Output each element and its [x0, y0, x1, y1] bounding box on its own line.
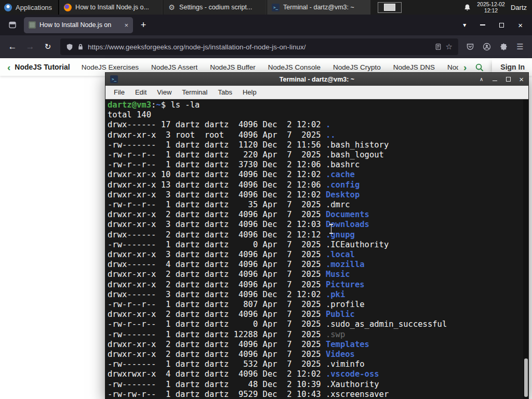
file-name: .bash_history — [326, 140, 389, 150]
forward-button[interactable] — [22, 38, 38, 55]
dir-name: Public — [326, 310, 355, 319]
site-nav-links: NodeJS ExercisesNodeJS AssertNodeJS Buff… — [82, 63, 458, 71]
menu-view[interactable]: View — [152, 87, 176, 98]
dir-name: Templates — [326, 340, 369, 349]
menu-hamburger-icon[interactable] — [512, 39, 528, 55]
ls-row: drwxr-xr-x 13 dartz dartz 4096 Dec 2 12:… — [108, 180, 522, 190]
notification-bell-icon[interactable] — [463, 4, 471, 11]
prompt-separator: : — [151, 100, 156, 110]
file-name: .swp — [326, 330, 345, 339]
taskbar-button-settings-gear[interactable]: ⚙Settings - codium script... — [163, 0, 267, 15]
dir-name: .config — [326, 180, 360, 190]
menu-edit[interactable]: Edit — [130, 87, 151, 98]
dir-name: . — [326, 120, 330, 129]
menu-file[interactable]: File — [109, 87, 129, 98]
url-bar[interactable]: https://www.geeksforgeeks.org/node-js/in… — [60, 38, 458, 55]
terminal-title: Terminal - dartz@vm3: ~ — [105, 76, 528, 83]
applications-menu[interactable]: Applications — [0, 0, 59, 15]
workspace-window-thumb — [384, 4, 395, 11]
dir-name: Music — [326, 270, 350, 279]
pocket-icon[interactable] — [462, 39, 478, 55]
tab-close-icon[interactable] — [124, 22, 128, 29]
prompt-line: dartz@vm3:~$ ls -la — [108, 100, 522, 110]
terminal-output[interactable]: dartz@vm3:~$ ls -la total 140 drwx------… — [105, 99, 528, 399]
scrollbar-thumb[interactable] — [524, 358, 528, 397]
firefox-icon — [64, 4, 72, 11]
list-all-tabs-icon[interactable] — [463, 21, 466, 29]
nav-back-tutorial[interactable]: NodeJS Tutorial — [7, 62, 70, 72]
tab-favicon-icon — [29, 21, 36, 29]
total-line: total 140 — [108, 110, 522, 120]
close-button[interactable] — [518, 21, 523, 29]
user-menu[interactable]: Dartz — [511, 4, 527, 11]
dir-name: Videos — [326, 350, 355, 359]
ls-output: drwx------ 17 dartz dartz 4096 Dec 2 12:… — [108, 120, 522, 399]
ls-row: drwxr-xr-x 2 dartz dartz 4096 Apr 7 2025… — [108, 310, 522, 320]
back-button[interactable] — [4, 38, 21, 55]
ls-row: drwxr-xr-x 2 dartz dartz 4096 Apr 7 2025… — [108, 350, 522, 360]
browser-tab[interactable]: How to Install Node.js on — [24, 17, 133, 33]
terminal-maximize-button[interactable] — [506, 77, 511, 82]
tracking-protection-shield-icon[interactable] — [66, 43, 73, 51]
nav-link[interactable]: NodeJS Assert — [151, 63, 197, 71]
clock-time: 12:12 — [477, 7, 505, 14]
taskbar-button-firefox[interactable]: How to Install Node.js o... — [59, 0, 163, 15]
ls-row: -rw-r--r-- 1 dartz dartz 807 Apr 7 2025 … — [108, 300, 522, 310]
workspace-switcher[interactable] — [378, 2, 402, 13]
account-icon[interactable] — [479, 39, 495, 55]
reader-mode-icon[interactable] — [435, 43, 442, 50]
ls-row: -rw------- 1 dartz dartz 1120 Dec 2 11:5… — [108, 140, 522, 150]
settings-gear-icon: ⚙ — [168, 4, 176, 11]
lock-icon[interactable] — [77, 43, 84, 50]
terminal-minimize-button[interactable] — [492, 77, 498, 81]
taskbar-button-title: How to Install Node.js o... — [75, 4, 149, 11]
file-name: .xscreensaver — [326, 390, 389, 399]
terminal-icon: >_ — [272, 4, 280, 11]
taskbar: Applications How to Install Node.js o...… — [0, 0, 532, 15]
file-name: .ICEauthority — [326, 240, 389, 249]
dir-name: .vscode-oss — [326, 369, 379, 379]
terminal-scrollbar[interactable] — [523, 99, 528, 399]
restore-button[interactable] — [499, 23, 504, 28]
shade-button[interactable] — [478, 76, 484, 82]
terminal-titlebar[interactable]: >_ Terminal - dartz@vm3: ~ — [105, 73, 528, 86]
taskbar-window-buttons: How to Install Node.js o...⚙Settings - c… — [59, 0, 370, 15]
dir-name: Desktop — [326, 190, 360, 200]
extensions-puzzle-icon[interactable] — [496, 39, 511, 55]
dir-name: .mozilla — [326, 260, 365, 269]
reload-button[interactable] — [39, 38, 56, 55]
nav-link[interactable]: Node — [447, 63, 458, 71]
nav-link[interactable]: NodeJS Crypto — [333, 63, 381, 71]
prompt-path: ~ — [156, 100, 161, 110]
file-name: .sudo_as_admin_successful — [326, 320, 447, 329]
dir-name: Documents — [326, 210, 369, 219]
menu-tabs[interactable]: Tabs — [213, 87, 236, 98]
terminal-close-button[interactable] — [519, 75, 524, 83]
nav-link[interactable]: NodeJS DNS — [393, 63, 435, 71]
nav-link[interactable]: NodeJS Exercises — [82, 63, 139, 71]
nav-link[interactable]: NodeJS Console — [268, 63, 321, 71]
chevron-right-icon[interactable] — [463, 62, 467, 72]
prompt-symbol: $ — [161, 100, 166, 110]
terminal-window: >_ Terminal - dartz@vm3: ~ FileEditViewT… — [105, 73, 528, 399]
file-name: .profile — [326, 300, 365, 309]
terminal-menubar: FileEditViewTerminalTabsHelp — [105, 86, 528, 99]
firefox-view-icon[interactable] — [5, 18, 20, 32]
chevron-left-icon[interactable] — [7, 62, 10, 72]
minimize-button[interactable] — [480, 24, 485, 25]
nav-link[interactable]: NodeJS Buffer — [210, 63, 256, 71]
ls-row: drwxr-xr-x 2 dartz dartz 4096 Apr 7 2025… — [108, 270, 522, 280]
tab-bar: How to Install Node.js on — [0, 15, 532, 35]
taskbar-button-terminal[interactable]: >_Terminal - dartz@vm3: ~ — [267, 0, 370, 15]
bookmark-star-icon[interactable] — [446, 42, 453, 51]
menu-help[interactable]: Help — [238, 87, 261, 98]
command-text: ls -la — [170, 100, 200, 110]
ls-row: drwxr-xr-x 3 dartz dartz 4096 Dec 2 12:0… — [108, 190, 522, 200]
clock[interactable]: 2025-12-02 12:12 — [477, 1, 505, 14]
menu-terminal[interactable]: Terminal — [177, 87, 212, 98]
search-icon[interactable] — [475, 63, 484, 72]
ls-row: drwxrwxr-x 4 dartz dartz 4096 Dec 2 12:0… — [108, 369, 522, 379]
new-tab-button[interactable] — [136, 18, 151, 32]
ls-row: drwxr-xr-x 3 root root 4096 Apr 7 2025 .… — [108, 130, 522, 140]
url-text: https://www.geeksforgeeks.org/node-js/in… — [88, 43, 431, 51]
